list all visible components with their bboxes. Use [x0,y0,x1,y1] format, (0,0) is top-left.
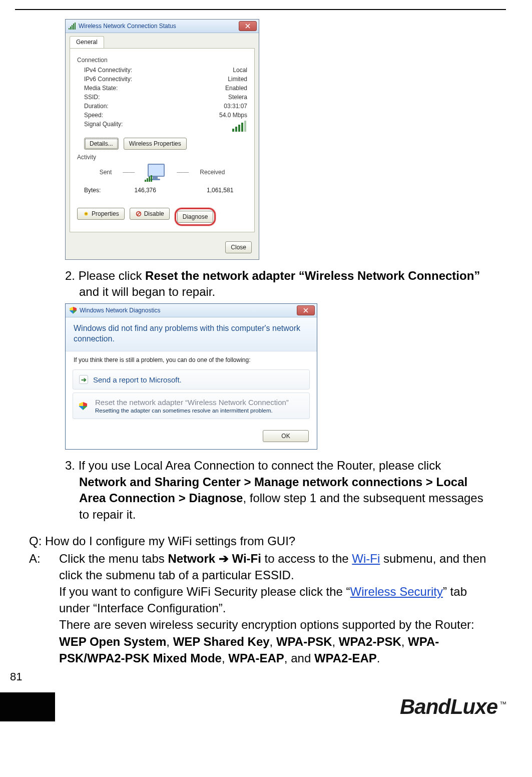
option-send-report[interactable]: ➔ Send a report to Microsoft. [73,369,310,390]
label: Signal Quality: [84,121,123,132]
svg-point-1 [86,213,87,215]
computer-icon [146,164,166,181]
close-button[interactable] [239,21,257,31]
label: Media State: [84,85,118,92]
dash: —— [177,169,189,176]
group-connection-label: Connection [77,57,247,64]
text: Click the menu tabs [59,552,168,565]
signal-strength-icon [232,121,247,132]
brand-text: BandLuxe [400,695,497,718]
text: to access to the [261,552,352,565]
text: and it will began to repair. [79,285,215,298]
button-label: Close [231,244,246,251]
label: IPv6 Connectivity: [84,76,132,83]
text: There are seven wireless security encryp… [59,618,474,631]
text-bold: Network ➔ Wi-Fi [168,552,261,565]
step-3-text: 3. If you use Local Area Connection to c… [65,458,491,523]
shield-icon [79,402,87,410]
text-bold: Reset the network adapter “Wireless Netw… [145,269,480,282]
banner: Windows did not find any problems with t… [66,317,317,352]
brand-logo: BandLuxe™ [400,695,506,719]
text: , and [284,651,314,665]
button-label: OK [281,433,290,440]
button-label: Details... [90,140,113,147]
button-label: Disable [144,210,164,217]
text: , [166,635,173,648]
window-title: Wireless Network Connection Status [79,23,239,30]
activity-visual: Sent —— —— Received [77,164,247,181]
dialog-wireless-status: Wireless Network Connection Status Gener… [65,19,259,260]
value: 03:31:07 [224,103,247,110]
label: Duration: [84,103,109,110]
trademark-symbol: ™ [499,700,506,708]
titlebar: Windows Network Diagnostics [66,304,317,317]
dash: —— [123,169,135,176]
label: Speed: [84,112,103,119]
row-signal-quality: Signal Quality: [77,120,247,133]
wireless-properties-button[interactable]: Wireless Properties [124,138,187,150]
window-title: Windows Network Diagnostics [80,307,297,314]
option-title: Send a report to Microsoft. [93,375,182,384]
text-bold: WPA-EAP [228,651,284,665]
text-bold: WPA2-PSK [339,635,401,648]
banner-line2: connection. [74,334,309,344]
disable-button[interactable]: Disable [130,208,170,220]
dialog-body: Connection IPv4 Connectivity:Local IPv6 … [70,48,255,232]
row-media-state: Media State:Enabled [77,84,247,93]
arrow-icon: ➔ [79,375,88,384]
row-ipv4: IPv4 Connectivity:Local [77,66,247,75]
link-wireless-security[interactable]: Wireless Security [350,585,443,598]
banner-line1: Windows did not find any problems with t… [74,323,309,334]
tab-general[interactable]: General [70,36,104,48]
row-duration: Duration:03:31:07 [77,102,247,111]
close-button[interactable] [297,305,315,315]
option-reset-adapter[interactable]: Reset the network adapter “Wireless Netw… [73,393,310,419]
svg-line-3 [137,212,140,216]
button-label: Properties [92,210,119,217]
page-top-rule [15,9,506,10]
text: , [332,635,339,648]
text: , [401,635,408,648]
text-bold: WEP Open System [59,635,166,648]
dialog-network-diagnostics: Windows Network Diagnostics Windows did … [65,303,317,450]
ok-button[interactable]: OK [263,430,309,442]
button-label: Wireless Properties [129,140,181,147]
close-button[interactable]: Close [225,241,252,253]
option-title: Reset the network adapter “Wireless Netw… [95,398,289,407]
diagnose-button[interactable]: Diagnose [177,211,214,223]
details-button[interactable]: Details... [84,138,119,150]
titlebar: Wireless Network Connection Status [66,20,259,33]
bytes-sent: 146,376 [120,187,170,194]
value: Stelera [228,94,247,101]
step-2-text: 2. Please click Reset the network adapte… [65,268,491,300]
link-wifi[interactable]: Wi-Fi [352,552,380,565]
received-label: Received [200,169,225,176]
text-bold: WEP Shared Key [173,635,270,648]
sent-label: Sent [100,169,112,176]
label: SSID: [84,94,100,101]
signal-icon [69,23,76,30]
bytes-label: Bytes: [84,187,120,194]
qa-block: Q: How do I configure my WiFi settings f… [29,533,491,666]
text: , [222,651,228,665]
properties-button[interactable]: Properties [77,208,125,220]
gear-icon [83,210,90,217]
text-bold: WPA2-EAP [314,651,377,665]
highlight-ring: Diagnose [175,208,216,226]
disable-icon [135,210,142,217]
page-number: 81 [10,670,22,683]
answer-body: Click the menu tabs Network ➔ Wi-Fi to a… [59,550,491,666]
group-activity-label: Activity [77,154,247,161]
text: , [270,635,276,648]
brand-footer: BandLuxe™ [0,692,532,721]
hint-text: If you think there is still a problem, y… [66,351,317,366]
answer-label: A: [29,550,59,666]
option-subtext: Resetting the adapter can sometimes reso… [95,408,289,414]
bytes-received: 1,061,581 [193,187,247,194]
shield-icon [70,307,77,314]
value: Local [233,67,247,74]
text: 2. Please click [65,269,145,282]
value: Enabled [225,85,247,92]
text-bold: WPA-PSK [276,635,332,648]
tab-strip: General [66,33,259,48]
